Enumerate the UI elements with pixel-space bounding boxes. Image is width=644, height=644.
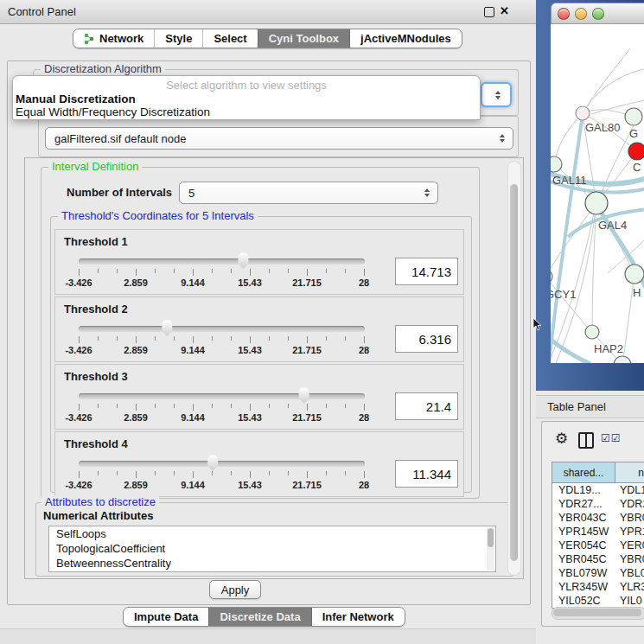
- network-node-gal80[interactable]: [576, 106, 590, 120]
- gear-icon[interactable]: ⚙: [555, 430, 568, 448]
- network-view-titlebar[interactable]: [551, 3, 644, 24]
- network-node-c[interactable]: [628, 143, 644, 160]
- threshold-title: Threshold 4: [64, 437, 128, 450]
- tab-cyni-toolbox[interactable]: Cyni Toolbox: [258, 29, 349, 48]
- table-row[interactable]: YLR345WYLR3: [552, 580, 644, 594]
- column-header-name[interactable]: n: [615, 462, 644, 482]
- threshold-slider-handle[interactable]: [161, 320, 174, 336]
- network-canvas[interactable]: GAL80GCGAL11GAL4GCY1HHAP2: [551, 24, 644, 363]
- tab-impute-data[interactable]: Impute Data: [124, 608, 208, 626]
- checkbox-icons[interactable]: ☑☑: [601, 432, 622, 444]
- tab-label: Style: [165, 32, 192, 45]
- tab-style[interactable]: Style: [154, 29, 202, 48]
- tick-label: 15.43: [238, 345, 262, 355]
- tick-mark: [98, 336, 99, 341]
- table-row[interactable]: YBR043CYBR0: [552, 511, 644, 525]
- tick-label: 15.43: [238, 277, 262, 288]
- threshold-value-input[interactable]: [395, 325, 458, 353]
- table-row[interactable]: YBR045CYBR0: [552, 552, 644, 566]
- tick-label: 28: [359, 345, 369, 355]
- table-row[interactable]: YER054CYER0: [552, 539, 644, 552]
- tick-label: 9.144: [181, 277, 205, 288]
- table-row[interactable]: YIL052CYIL0: [552, 594, 644, 608]
- tick-mark: [212, 471, 213, 475]
- tab-network[interactable]: Network: [73, 29, 154, 48]
- interval-definition-label: Interval Definition: [48, 160, 142, 173]
- threshold-slider-track[interactable]: [79, 393, 365, 399]
- threshold-slider-handle[interactable]: [237, 252, 250, 269]
- tick-mark: [307, 269, 308, 276]
- table-horizontal-scrollbar[interactable]: [552, 607, 644, 620]
- tick-mark: [117, 404, 118, 408]
- node-label-h: H: [633, 286, 641, 299]
- scrollbar-thumb[interactable]: [488, 528, 494, 547]
- float-window-icon[interactable]: [484, 7, 494, 17]
- threshold-value-input[interactable]: [395, 460, 458, 488]
- table-row[interactable]: YDR27...YDR2: [552, 497, 644, 511]
- network-node-h[interactable]: [625, 265, 644, 284]
- tick-mark: [174, 404, 175, 408]
- network-node-gal4[interactable]: [585, 192, 608, 214]
- close-icon[interactable]: ✕: [500, 4, 509, 17]
- tick-mark: [231, 336, 232, 341]
- threshold-slider-track[interactable]: [79, 258, 365, 265]
- cell-name: YDR2: [615, 498, 644, 510]
- settings-scrollbar[interactable]: [507, 161, 521, 576]
- table-data-combobox[interactable]: galFiltered.sif default node: [45, 127, 513, 150]
- tab-select[interactable]: Select: [202, 29, 257, 48]
- threshold-slider-handle[interactable]: [207, 455, 220, 471]
- attribute-item-selfloops[interactable]: SelfLoops: [49, 526, 495, 541]
- table-row[interactable]: YPR145WYPR1: [552, 525, 644, 539]
- attributes-list-scrollbar[interactable]: [487, 527, 494, 571]
- network-node-gal11[interactable]: [551, 156, 562, 172]
- tick-mark: [250, 269, 251, 276]
- network-node-gcy1[interactable]: [551, 270, 552, 284]
- tick-mark: [269, 404, 270, 408]
- tick-label: 28: [359, 480, 369, 490]
- network-node-hap2[interactable]: [585, 325, 599, 339]
- tick-label: 21.715: [292, 412, 322, 423]
- close-traffic-light-icon[interactable]: [558, 8, 570, 20]
- tab-jactivemnodules[interactable]: jActiveMNodules: [349, 29, 462, 48]
- attribute-item-betweennesscentrality[interactable]: BetweennessCentrality: [49, 556, 495, 571]
- cell-shared-name: YBR043C: [552, 512, 615, 524]
- scrollbar-thumb[interactable]: [510, 184, 518, 561]
- cell-shared-name: YBL079W: [552, 567, 615, 579]
- minimize-traffic-light-icon[interactable]: [575, 8, 587, 20]
- network-node[interactable]: [614, 356, 631, 363]
- cell-shared-name: YER054C: [552, 539, 615, 552]
- bottom-strip: [0, 628, 536, 644]
- algorithm-combobox[interactable]: [481, 82, 512, 107]
- table-row[interactable]: YBL079WYBL0: [552, 566, 644, 580]
- threshold-slider-track[interactable]: [79, 326, 365, 332]
- tick-label: 21.715: [292, 480, 322, 490]
- apply-button[interactable]: Apply: [209, 580, 261, 599]
- network-node-g[interactable]: [625, 108, 642, 125]
- column-header-shared-name[interactable]: shared...: [552, 462, 615, 482]
- network-icon: [84, 33, 95, 45]
- table-row[interactable]: YDL19...YDL1: [552, 483, 644, 497]
- table-panel-titlebar: Table Panel: [536, 395, 644, 418]
- threshold-value-input[interactable]: [395, 258, 458, 285]
- tab-label: Cyni Toolbox: [269, 32, 339, 45]
- tick-mark: [269, 336, 270, 341]
- tick-mark: [117, 471, 118, 475]
- dropdown-option-equal-width-frequency[interactable]: Equal Width/Frequency Discretization: [13, 105, 480, 118]
- threshold-slider-handle[interactable]: [297, 387, 310, 404]
- tick-label: 9.144: [181, 480, 205, 490]
- zoom-traffic-light-icon[interactable]: [592, 8, 604, 20]
- table-panel-title: Table Panel: [547, 400, 606, 413]
- tick-mark: [174, 269, 175, 273]
- dropdown-option-manual-discretization[interactable]: Manual Discretization: [13, 92, 480, 105]
- number-of-intervals-combobox[interactable]: 5: [179, 182, 438, 204]
- tab-discretize-data[interactable]: Discretize Data: [208, 608, 310, 626]
- attribute-item-topologicalcoefficient[interactable]: TopologicalCoefficient: [49, 541, 495, 556]
- split-columns-icon[interactable]: [578, 432, 594, 449]
- attributes-to-discretize-group: Attributes to discretize Numerical Attri…: [35, 502, 514, 577]
- tick-mark: [288, 471, 289, 475]
- tick-label: 2.859: [124, 345, 148, 355]
- threshold-slider-track[interactable]: [79, 461, 365, 467]
- scrollbar-thumb[interactable]: [553, 609, 641, 616]
- threshold-value-input[interactable]: [395, 392, 458, 420]
- tab-infer-network[interactable]: Infer Network: [311, 608, 405, 626]
